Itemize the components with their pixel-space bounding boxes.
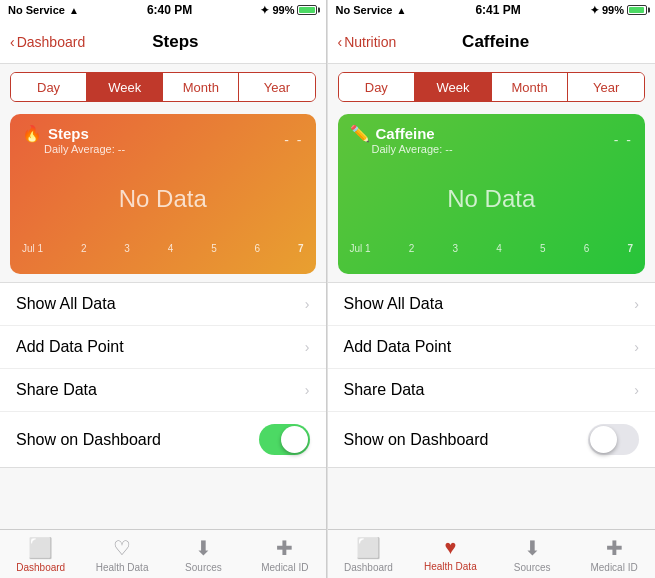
chart-menu-left[interactable]: - - xyxy=(284,132,303,148)
share-data-left[interactable]: Share Data › xyxy=(0,369,326,412)
show-all-data-left[interactable]: Show All Data › xyxy=(0,283,326,326)
wifi-icon-left: ▲ xyxy=(69,5,79,16)
chart-menu-right[interactable]: - - xyxy=(614,132,633,148)
chevron-left-icon: ‹ xyxy=(10,34,15,50)
nav-title-right: Caffeine xyxy=(346,32,645,52)
sources-tab-icon-left: ⬇ xyxy=(195,536,212,560)
share-data-label-right: Share Data xyxy=(344,381,425,399)
chevron-right-icon: › xyxy=(305,382,310,398)
chart-subtitle-left: Daily Average: -- xyxy=(44,143,125,155)
right-panel: No Service ▲ 6:41 PM ✦ 99% ‹ Nutrition C… xyxy=(328,0,656,578)
segment-day-left[interactable]: Day xyxy=(11,73,87,101)
segment-day-right[interactable]: Day xyxy=(339,73,416,101)
chart-icon-left: 🔥 xyxy=(22,124,42,143)
segment-year-left[interactable]: Year xyxy=(239,73,314,101)
segment-month-right[interactable]: Month xyxy=(492,73,569,101)
status-bar-right: No Service ▲ 6:41 PM ✦ 99% xyxy=(328,0,656,20)
sources-tab-icon-right: ⬇ xyxy=(524,536,541,560)
tab-health-right[interactable]: ♥ Health Data xyxy=(409,530,491,578)
tab-dashboard-left[interactable]: ⬜ Dashboard xyxy=(0,530,81,578)
segment-week-left[interactable]: Week xyxy=(87,73,163,101)
show-on-dashboard-left[interactable]: Show on Dashboard xyxy=(0,412,326,467)
tab-dashboard-right[interactable]: ⬜ Dashboard xyxy=(328,530,410,578)
dashboard-tab-icon-left: ⬜ xyxy=(28,536,53,560)
medical-tab-icon-left: ✚ xyxy=(276,536,293,560)
wifi-icon-right: ▲ xyxy=(396,5,406,16)
show-all-data-label-left: Show All Data xyxy=(16,295,116,313)
chevron-left-icon: ‹ xyxy=(338,34,343,50)
show-on-dashboard-label-left: Show on Dashboard xyxy=(16,431,161,449)
chevron-right-icon: › xyxy=(634,296,639,312)
time-left: 6:40 PM xyxy=(147,3,192,17)
chart-title-left: Steps xyxy=(48,125,89,142)
battery-pct-left: 99% xyxy=(272,4,294,16)
show-on-dashboard-right[interactable]: Show on Dashboard xyxy=(328,412,656,467)
add-data-point-right[interactable]: Add Data Point › xyxy=(328,326,656,369)
chevron-right-icon: › xyxy=(305,339,310,355)
dashboard-toggle-left[interactable] xyxy=(259,424,310,455)
chart-card-right: ✏️ Caffeine Daily Average: -- - - No Dat… xyxy=(338,114,646,274)
tab-sources-left[interactable]: ⬇ Sources xyxy=(163,530,244,578)
service-left: No Service xyxy=(8,4,65,16)
tab-health-label-left: Health Data xyxy=(96,562,149,573)
chart-subtitle-right: Daily Average: -- xyxy=(372,143,453,155)
share-data-right[interactable]: Share Data › xyxy=(328,369,656,412)
tab-dashboard-label-left: Dashboard xyxy=(16,562,65,573)
segment-control-left: Day Week Month Year xyxy=(10,72,316,102)
chevron-right-icon: › xyxy=(634,339,639,355)
show-all-data-right[interactable]: Show All Data › xyxy=(328,283,656,326)
tab-health-label-right: Health Data xyxy=(424,561,477,572)
battery-icon-left xyxy=(297,5,317,15)
chart-icon-right: ✏️ xyxy=(350,124,370,143)
tab-sources-label-right: Sources xyxy=(514,562,551,573)
show-on-dashboard-label-right: Show on Dashboard xyxy=(344,431,489,449)
left-panel: No Service ▲ 6:40 PM ✦ 99% ‹ Dashboard S… xyxy=(0,0,327,578)
dashboard-toggle-right[interactable] xyxy=(588,424,639,455)
health-tab-icon-right: ♥ xyxy=(444,536,456,559)
nav-bar-right: ‹ Nutrition Caffeine xyxy=(328,20,656,64)
segment-week-right[interactable]: Week xyxy=(415,73,492,101)
segment-control-right: Day Week Month Year xyxy=(338,72,646,102)
tab-sources-right[interactable]: ⬇ Sources xyxy=(491,530,573,578)
list-group-right: Show All Data › Add Data Point › Share D… xyxy=(328,282,656,468)
segment-year-right[interactable]: Year xyxy=(568,73,644,101)
tab-health-left[interactable]: ♡ Health Data xyxy=(81,530,162,578)
status-bar-left: No Service ▲ 6:40 PM ✦ 99% xyxy=(0,0,326,20)
segment-month-left[interactable]: Month xyxy=(163,73,239,101)
service-right: No Service xyxy=(336,4,393,16)
chevron-right-icon: › xyxy=(634,382,639,398)
time-right: 6:41 PM xyxy=(475,3,520,17)
add-data-point-label-right: Add Data Point xyxy=(344,338,452,356)
tab-medical-left[interactable]: ✚ Medical ID xyxy=(244,530,325,578)
battery-icon-right xyxy=(627,5,647,15)
medical-tab-icon-right: ✚ xyxy=(606,536,623,560)
tab-bar-left: ⬜ Dashboard ♡ Health Data ⬇ Sources ✚ Me… xyxy=(0,529,326,578)
tab-medical-label-right: Medical ID xyxy=(590,562,637,573)
chart-card-left: 🔥 Steps Daily Average: -- - - No Data Ju… xyxy=(10,114,316,274)
nav-title-left: Steps xyxy=(35,32,315,52)
tab-medical-label-left: Medical ID xyxy=(261,562,308,573)
show-all-data-label-right: Show All Data xyxy=(344,295,444,313)
bluetooth-right: ✦ xyxy=(590,4,599,17)
nav-bar-left: ‹ Dashboard Steps xyxy=(0,20,326,64)
tab-bar-right: ⬜ Dashboard ♥ Health Data ⬇ Sources ✚ Me… xyxy=(328,529,656,578)
chart-axis-left: Jul 1 2 3 4 5 6 7 xyxy=(10,239,316,262)
no-data-left: No Data xyxy=(10,159,316,239)
add-data-point-left[interactable]: Add Data Point › xyxy=(0,326,326,369)
chevron-right-icon: › xyxy=(305,296,310,312)
bluetooth-left: ✦ xyxy=(260,4,269,17)
list-group-left: Show All Data › Add Data Point › Share D… xyxy=(0,282,326,468)
add-data-point-label-left: Add Data Point xyxy=(16,338,124,356)
dashboard-tab-icon-right: ⬜ xyxy=(356,536,381,560)
chart-title-right: Caffeine xyxy=(376,125,435,142)
health-tab-icon-left: ♡ xyxy=(113,536,131,560)
tab-medical-right[interactable]: ✚ Medical ID xyxy=(573,530,655,578)
tab-dashboard-label-right: Dashboard xyxy=(344,562,393,573)
no-data-right: No Data xyxy=(338,159,646,239)
battery-pct-right: 99% xyxy=(602,4,624,16)
tab-sources-label-left: Sources xyxy=(185,562,222,573)
chart-axis-right: Jul 1 2 3 4 5 6 7 xyxy=(338,239,646,262)
share-data-label-left: Share Data xyxy=(16,381,97,399)
